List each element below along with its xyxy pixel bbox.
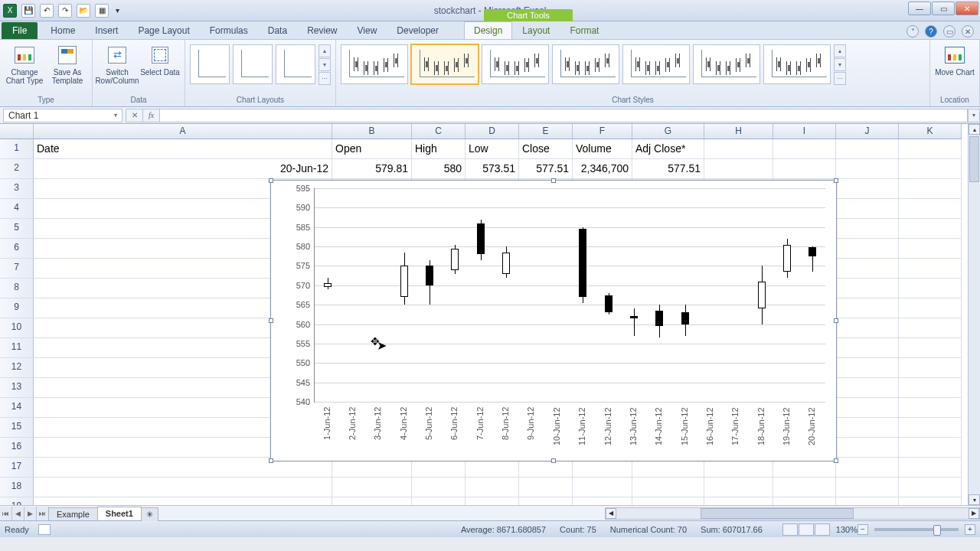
row-header-13[interactable]: 13 xyxy=(0,378,34,398)
cell-A18[interactable] xyxy=(34,478,332,497)
cancel-formula-button[interactable]: ✕ xyxy=(126,109,142,122)
tab-home[interactable]: Home xyxy=(41,21,85,39)
change-chart-type-button[interactable]: Change Chart Type xyxy=(5,41,44,85)
layouts-scroll-down[interactable]: ▾ xyxy=(318,58,331,71)
resize-handle[interactable] xyxy=(551,178,556,183)
cell-K3[interactable] xyxy=(899,179,962,199)
chart-style-6[interactable] xyxy=(693,44,760,84)
macro-record-icon[interactable] xyxy=(38,524,51,535)
candle-body[interactable] xyxy=(426,266,433,285)
cell-K18[interactable] xyxy=(899,478,962,497)
cell-G1[interactable]: Adj Close* xyxy=(632,139,704,159)
cell-K14[interactable] xyxy=(899,398,962,418)
excel-icon[interactable]: X xyxy=(3,4,17,18)
insert-function-button[interactable]: fx xyxy=(142,109,159,122)
tab-format[interactable]: Format xyxy=(560,21,609,39)
resize-handle[interactable] xyxy=(834,318,838,323)
row-header-10[interactable]: 10 xyxy=(0,318,34,338)
resize-handle[interactable] xyxy=(269,318,273,323)
candle-body[interactable] xyxy=(400,266,408,297)
cell-G19[interactable] xyxy=(632,497,704,505)
normal-view-button[interactable] xyxy=(782,523,798,536)
cell-K5[interactable] xyxy=(899,219,962,239)
candle-body[interactable] xyxy=(605,295,612,313)
cell-K6[interactable] xyxy=(899,239,962,259)
cell-K15[interactable] xyxy=(899,418,962,438)
cell-J5[interactable] xyxy=(836,219,899,239)
chart-style-3[interactable] xyxy=(482,44,549,84)
cell-J4[interactable] xyxy=(836,199,899,219)
row-headers[interactable]: 12345678910111213141516171819 xyxy=(0,139,34,505)
row-header-12[interactable]: 12 xyxy=(0,358,34,378)
tab-nav-next[interactable]: ▶ xyxy=(24,507,37,520)
cell-K10[interactable] xyxy=(899,318,962,338)
row-header-18[interactable]: 18 xyxy=(0,478,34,497)
cell-A19[interactable] xyxy=(34,497,332,505)
select-data-button[interactable]: Select Data xyxy=(140,41,180,77)
help-icon[interactable]: ? xyxy=(925,25,937,37)
layouts-more[interactable]: ⋯ xyxy=(318,72,331,85)
cell-J12[interactable] xyxy=(836,358,899,378)
cell-K7[interactable] xyxy=(899,259,962,279)
tab-nav-prev[interactable]: ◀ xyxy=(12,507,24,520)
zoom-out-button[interactable]: − xyxy=(858,524,868,535)
name-box[interactable]: Chart 1▾ xyxy=(3,109,122,122)
tab-nav-last[interactable]: ⏭ xyxy=(37,507,49,520)
row-header-19[interactable]: 19 xyxy=(0,497,34,505)
col-header-A[interactable]: A xyxy=(34,124,332,139)
cell-J14[interactable] xyxy=(836,398,899,418)
cell-E1[interactable]: Close xyxy=(519,139,573,159)
chart-object[interactable]: 540545550555560565570575580585590595 1-J… xyxy=(270,180,837,461)
qat-dropdown-icon[interactable]: ▾ xyxy=(113,4,121,18)
file-tab[interactable]: File xyxy=(2,22,38,39)
cell-J1[interactable] xyxy=(836,139,899,159)
cell-E18[interactable] xyxy=(519,478,573,497)
layouts-scroll-up[interactable]: ▴ xyxy=(318,44,331,57)
page-layout-view-button[interactable] xyxy=(799,523,814,536)
column-headers[interactable]: ABCDEFGHIJK xyxy=(0,124,962,139)
scroll-down-button[interactable]: ▾ xyxy=(969,494,980,505)
col-header-J[interactable]: J xyxy=(836,124,899,139)
cell-F19[interactable] xyxy=(573,497,632,505)
candle-body[interactable] xyxy=(630,316,638,318)
candle-wick[interactable] xyxy=(634,308,635,336)
col-header-D[interactable]: D xyxy=(466,124,519,139)
col-header-G[interactable]: G xyxy=(632,124,704,139)
cell-J16[interactable] xyxy=(836,438,899,458)
styles-more[interactable]: ⋯ xyxy=(834,72,846,85)
cell-K19[interactable] xyxy=(899,497,962,505)
chart-style-7[interactable] xyxy=(763,44,831,84)
cell-J13[interactable] xyxy=(836,378,899,398)
cell-K12[interactable] xyxy=(899,358,962,378)
tab-data[interactable]: Data xyxy=(258,21,297,39)
row-header-3[interactable]: 3 xyxy=(0,179,34,199)
cell-K16[interactable] xyxy=(899,438,962,458)
tab-developer[interactable]: Developer xyxy=(387,21,449,39)
candle-body[interactable] xyxy=(655,311,663,326)
plot-area[interactable]: 540545550555560565570575580585590595 xyxy=(314,188,825,403)
cell-E19[interactable] xyxy=(519,497,573,505)
scroll-up-button[interactable]: ▴ xyxy=(969,124,980,135)
tab-design[interactable]: Design xyxy=(464,21,512,39)
zoom-in-button[interactable]: + xyxy=(965,524,975,535)
sheet-tab-example[interactable]: Example xyxy=(48,507,98,520)
cell-H2[interactable] xyxy=(704,159,773,179)
select-all-corner[interactable] xyxy=(0,124,34,139)
col-header-I[interactable]: I xyxy=(773,124,836,139)
tab-formulas[interactable]: Formulas xyxy=(200,21,258,39)
cell-C18[interactable] xyxy=(412,478,466,497)
tab-page-layout[interactable]: Page Layout xyxy=(128,21,199,39)
cell-J10[interactable] xyxy=(836,318,899,338)
cell-D1[interactable]: Low xyxy=(466,139,519,159)
cell-I19[interactable] xyxy=(773,497,836,505)
candle-body[interactable] xyxy=(324,283,332,287)
minimize-ribbon-icon[interactable]: ˅ xyxy=(906,25,919,37)
cell-J17[interactable] xyxy=(836,458,899,478)
redo-icon[interactable]: ↷ xyxy=(58,4,72,18)
row-header-16[interactable]: 16 xyxy=(0,438,34,458)
row-header-8[interactable]: 8 xyxy=(0,279,34,298)
chart-style-2[interactable] xyxy=(411,44,479,84)
cell-J9[interactable] xyxy=(836,298,899,318)
cell-J18[interactable] xyxy=(836,478,899,497)
row-header-4[interactable]: 4 xyxy=(0,199,34,219)
